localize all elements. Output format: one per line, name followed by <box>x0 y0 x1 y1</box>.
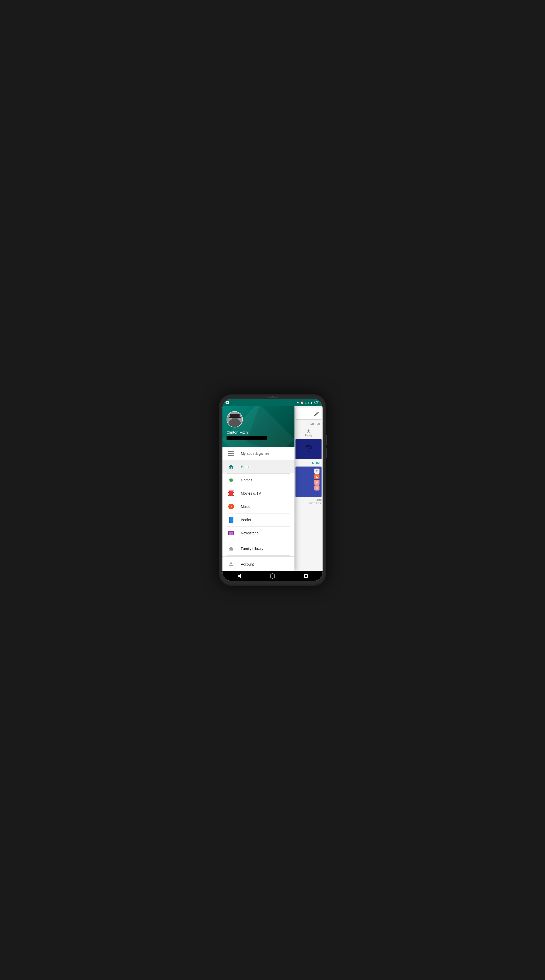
main-content: 🎤 MUSIC ★ Family ⛈ MORE 2 32 4 <box>222 406 323 571</box>
sidebar-item-games[interactable]: Games <box>222 473 295 487</box>
featured-card: ⛈ <box>295 439 322 460</box>
phone-device: ▶ ★ ⏰ ▴ ▴ ▮ 7:34 <box>219 394 326 586</box>
speaker <box>268 397 277 398</box>
volume-up-button[interactable] <box>326 435 327 445</box>
movies-tv-label: Movies & TV <box>241 491 261 495</box>
status-right: ★ ⏰ ▴ ▴ ▮ 7:34 <box>296 401 319 404</box>
recent-icon <box>304 574 308 578</box>
background-content: 🎤 MUSIC ★ Family ⛈ MORE 2 32 4 <box>295 406 323 571</box>
signal-icon: ▴ <box>308 401 309 404</box>
game-price: FREE <box>309 502 315 504</box>
drawer-header: Clinton Fitch <box>222 406 295 447</box>
sidebar-item-family-library[interactable]: Family Library <box>222 542 295 555</box>
family-label: Family <box>305 434 312 437</box>
mic-icon: 🎤 <box>314 411 319 416</box>
num-16: 16 <box>314 485 319 490</box>
gamepad-icon <box>226 476 236 485</box>
home-icon <box>226 462 236 471</box>
svg-point-4 <box>233 480 233 480</box>
newsstand-label: Newsstand <box>241 531 258 535</box>
wifi-icon: ▴ <box>305 401 307 404</box>
sidebar-item-my-apps-games[interactable]: My apps & games <box>222 447 295 460</box>
status-time: 7:34 <box>314 401 319 404</box>
sidebar-item-home[interactable]: Home <box>222 460 295 473</box>
navigation-drawer: Clinton Fitch <box>222 406 295 571</box>
more-button[interactable]: MORE <box>295 460 323 466</box>
num-32: 32 <box>314 474 319 479</box>
film-icon <box>226 489 236 498</box>
family-icon: ★ <box>306 428 311 434</box>
divider-1 <box>222 541 295 541</box>
screen-content: ▶ ★ ⏰ ▴ ▴ ▮ 7:34 <box>222 399 323 581</box>
game-meta: FREE 4.7 ★ <box>295 502 323 504</box>
svg-point-3 <box>232 479 233 480</box>
family-button[interactable]: ★ Family <box>295 427 323 438</box>
game-card: 2 32 4 16 <box>295 466 322 497</box>
account-icon <box>226 560 236 569</box>
sidebar-item-books[interactable]: Books <box>222 513 295 527</box>
sidebar-item-music[interactable]: ♪ Music <box>222 500 295 513</box>
books-label: Books <box>241 518 251 522</box>
games-label: Games <box>241 478 252 482</box>
hat-brim <box>229 417 241 418</box>
user-avatar[interactable] <box>226 411 243 428</box>
user-name: Clinton Fitch <box>226 430 290 434</box>
sidebar-item-account[interactable]: Account <box>222 558 295 571</box>
game-rating: 4.7 ★ <box>316 502 322 504</box>
home-button[interactable] <box>268 571 277 581</box>
num-4: 4 <box>314 480 319 485</box>
home-nav-icon <box>270 573 275 579</box>
back-button[interactable] <box>234 571 244 581</box>
svg-point-5 <box>230 563 232 564</box>
music-icon: ♪ <box>226 502 236 511</box>
home-label: Home <box>241 465 250 469</box>
battery-icon: ▮ <box>311 401 312 404</box>
book-icon <box>226 515 236 525</box>
music-label: Music <box>241 504 250 509</box>
account-label: Account <box>241 562 254 566</box>
cloud-icon: ⛈ <box>305 445 312 453</box>
family-library-icon <box>226 544 236 553</box>
status-bar: ▶ ★ ⏰ ▴ ▴ ▮ 7:34 <box>222 399 323 406</box>
family-library-label: Family Library <box>241 547 263 551</box>
back-icon <box>237 574 241 578</box>
sidebar-item-movies-tv[interactable]: Movies & TV <box>222 487 295 500</box>
avatar-image <box>227 412 242 427</box>
grid-icon <box>226 449 236 458</box>
sidebar-item-newsstand[interactable]: Newsstand <box>222 527 295 540</box>
game-title: 2048 <box>295 498 323 502</box>
num-2: 2 <box>314 469 319 474</box>
user-email <box>226 436 268 440</box>
navigation-bar <box>222 571 323 581</box>
status-left: ▶ <box>226 401 229 404</box>
alarm-icon: ⏰ <box>300 401 304 404</box>
divider-2 <box>222 556 295 557</box>
volume-down-button[interactable] <box>326 448 327 458</box>
newsstand-icon <box>226 528 236 538</box>
play-store-notification-icon: ▶ <box>226 401 229 404</box>
search-bar[interactable]: 🎤 <box>295 408 322 419</box>
music-category-label: MUSIC <box>295 422 323 427</box>
recents-button[interactable] <box>301 571 311 581</box>
phone-screen: ▶ ★ ⏰ ▴ ▴ ▮ 7:34 <box>222 399 323 581</box>
bluetooth-icon: ★ <box>296 401 299 404</box>
svg-rect-2 <box>229 480 231 480</box>
my-apps-games-label: My apps & games <box>241 452 269 455</box>
